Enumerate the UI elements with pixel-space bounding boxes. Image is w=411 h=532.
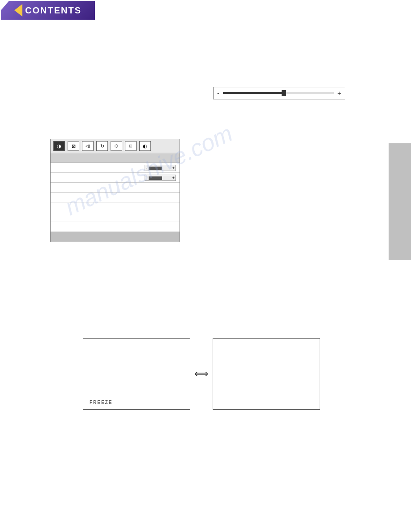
menu-empty-row-3 xyxy=(51,202,180,212)
menu-slider-2-minus: - xyxy=(146,176,147,180)
osd-menu-content: - + - + xyxy=(50,153,180,242)
menu-footer xyxy=(51,232,180,242)
osd-panel: ◑ ⊠ ◁) ↻ ⬡ ⊡ ◐ - + - + xyxy=(50,139,180,242)
osd-toolbar: ◑ ⊠ ◁) ↻ ⬡ ⊡ ◐ xyxy=(50,139,180,153)
rotate-icon[interactable]: ↻ xyxy=(96,141,108,151)
menu-slider-row-1[interactable]: - + xyxy=(51,163,180,173)
freeze-arrow-icon: ⟺ xyxy=(190,368,213,380)
menu-empty-row-4 xyxy=(51,212,180,222)
menu-slider-1-plus: + xyxy=(172,166,175,170)
brightness-icon[interactable]: ◑ xyxy=(53,141,65,151)
freeze-left-box: FREEZE xyxy=(83,338,190,410)
menu-empty-row-5 xyxy=(51,222,180,232)
slider-track[interactable] xyxy=(223,92,334,94)
menu-slider-1-fill xyxy=(149,167,162,170)
double-arrow-symbol: ⟺ xyxy=(194,368,209,380)
menu-slider-2[interactable]: - + xyxy=(145,175,176,181)
slider-minus-icon: - xyxy=(217,90,219,97)
menu-empty-row-2 xyxy=(51,193,180,202)
slider-thumb xyxy=(282,90,286,96)
contents-arrow-icon xyxy=(14,4,22,17)
camera-icon[interactable]: ⊡ xyxy=(125,141,137,151)
contrast-icon[interactable]: ◐ xyxy=(139,141,151,151)
slider-fill xyxy=(223,92,284,94)
menu-empty-row-1 xyxy=(51,183,180,193)
menu-slider-row-2[interactable]: - + xyxy=(51,173,180,183)
freeze-section: FREEZE ⟺ xyxy=(83,338,320,410)
right-sidebar xyxy=(389,143,411,260)
expand-icon[interactable]: ⊠ xyxy=(68,141,79,151)
menu-slider-1[interactable]: - + xyxy=(145,165,176,171)
contents-button[interactable]: CONTENTS xyxy=(1,1,95,20)
menu-slider-2-plus: + xyxy=(172,176,175,180)
volume-icon[interactable]: ◁) xyxy=(82,141,94,151)
menu-slider-2-fill xyxy=(149,176,162,180)
print-icon[interactable]: ⬡ xyxy=(111,141,122,151)
freeze-label: FREEZE xyxy=(90,400,112,405)
menu-header-row xyxy=(51,153,180,163)
top-slider-bar[interactable]: - + xyxy=(213,87,345,99)
slider-plus-icon: + xyxy=(338,90,341,97)
menu-slider-1-minus: - xyxy=(146,166,147,170)
freeze-right-box xyxy=(213,338,320,410)
contents-label: CONTENTS xyxy=(25,5,81,16)
